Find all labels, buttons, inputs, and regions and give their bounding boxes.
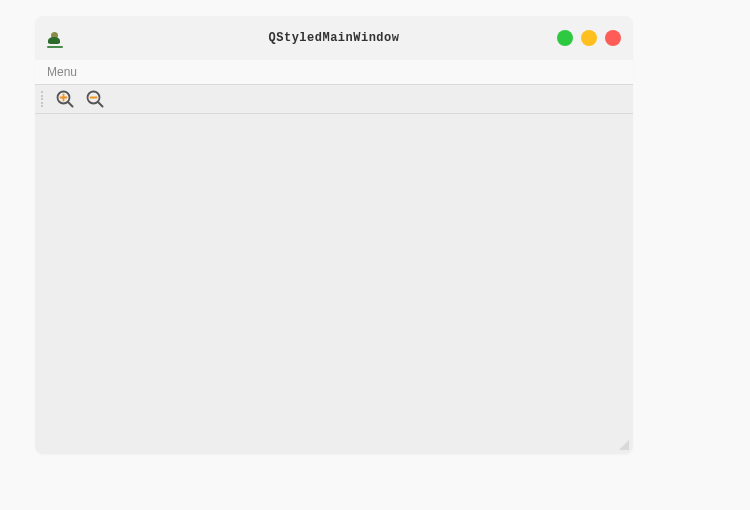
svg-line-1 — [68, 102, 73, 107]
zoom-in-icon — [55, 89, 75, 109]
window-controls — [557, 30, 621, 46]
maximize-button[interactable] — [581, 30, 597, 46]
zoom-in-button[interactable] — [53, 87, 77, 111]
close-button[interactable] — [605, 30, 621, 46]
toolbar — [35, 84, 633, 114]
resize-grip[interactable] — [617, 438, 629, 450]
minimize-button[interactable] — [557, 30, 573, 46]
svg-line-5 — [98, 102, 103, 107]
toolbar-handle[interactable] — [39, 88, 45, 110]
menubar: Menu — [35, 60, 633, 84]
menu-item-menu[interactable]: Menu — [43, 63, 81, 81]
main-window: QStyledMainWindow Menu — [35, 16, 633, 454]
zoom-out-button[interactable] — [83, 87, 107, 111]
content-area — [35, 114, 633, 454]
titlebar: QStyledMainWindow — [35, 16, 633, 60]
zoom-out-icon — [85, 89, 105, 109]
app-icon — [47, 32, 63, 48]
window-title: QStyledMainWindow — [269, 31, 400, 45]
